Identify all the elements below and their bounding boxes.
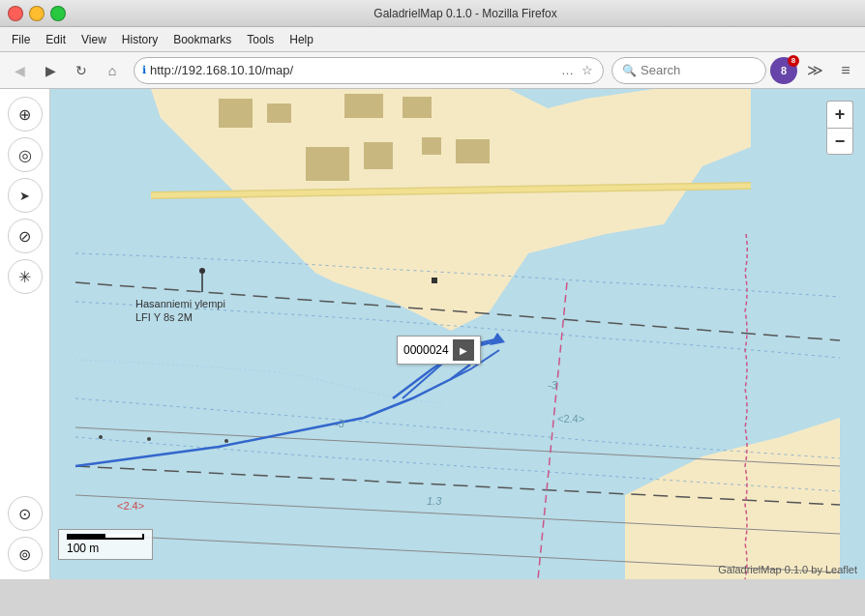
menu-file[interactable]: File [4, 30, 38, 49]
map-sidebar: ⊕ ◎ ➤ ⊘ ✳ ⊙ ⊚ [0, 89, 50, 579]
menu-help[interactable]: Help [282, 30, 321, 49]
svg-text:-3: -3 [548, 379, 558, 391]
address-input[interactable] [150, 63, 559, 77]
sidebar-position-button[interactable]: ◎ [8, 137, 43, 172]
svg-rect-30 [432, 278, 437, 283]
svg-text:-3: -3 [335, 418, 345, 429]
home-button[interactable]: ⌂ [99, 57, 126, 84]
scale-text: 100 m [67, 542, 99, 555]
menu-button[interactable]: ≡ [832, 57, 859, 84]
titlebar: GaladrielMap 0.1.0 - Mozilla Firefox [0, 0, 865, 27]
navigate-icon: ➤ [19, 189, 30, 203]
extensions-button[interactable]: ≫ [801, 57, 828, 84]
lighthouse-name: Hasanniemi ylempi [135, 297, 225, 310]
toolbar: ◀ ▶ ↻ ⌂ ℹ … ☆ 🔍 8 8 ≫ ≡ [0, 52, 865, 89]
profile-button[interactable]: 8 8 [770, 57, 797, 84]
sidebar-download-button[interactable]: ⊙ [8, 496, 43, 531]
more-button[interactable]: … [559, 61, 576, 79]
svg-rect-1 [219, 99, 253, 128]
sidebar-settings-button[interactable]: ⊚ [8, 537, 43, 572]
bookmark-button[interactable]: ☆ [580, 61, 595, 79]
sidebar-layers-button[interactable]: ⊕ [8, 97, 43, 132]
svg-rect-4 [403, 97, 432, 118]
svg-point-18 [99, 435, 103, 439]
menu-edit[interactable]: Edit [38, 30, 74, 49]
play-icon: ▶ [460, 345, 467, 356]
svg-rect-6 [364, 142, 393, 169]
svg-rect-5 [306, 147, 349, 181]
search-input[interactable] [641, 63, 747, 77]
sidebar-navigate-button[interactable]: ➤ [8, 178, 43, 213]
download-icon: ⊙ [18, 505, 31, 523]
address-actions: … ☆ [559, 61, 595, 79]
search-bar[interactable]: 🔍 [611, 57, 766, 84]
map-popup[interactable]: 0000024 ▶ [397, 336, 481, 365]
menu-history[interactable]: History [114, 30, 165, 49]
forward-button[interactable]: ▶ [37, 57, 64, 84]
minimize-button[interactable] [29, 6, 45, 21]
map-container[interactable]: -3 -3 1.3 <2.4> <2.4> Hasanniemi ylempi … [0, 89, 865, 579]
popup-play-button[interactable]: ▶ [453, 339, 474, 361]
sun-icon: ✳ [18, 268, 31, 286]
popup-id: 0000024 [403, 343, 449, 357]
svg-point-29 [199, 268, 205, 274]
scale-bar: 100 m [58, 529, 153, 560]
maximize-button[interactable] [50, 6, 66, 21]
svg-rect-7 [422, 137, 441, 155]
window-controls[interactable] [8, 6, 66, 21]
layers-icon: ⊕ [18, 105, 31, 124]
share-icon: ⊘ [18, 227, 31, 246]
profile-label: 8 [781, 65, 787, 76]
map-svg: -3 -3 1.3 <2.4> <2.4> [0, 89, 865, 579]
menu-bookmarks[interactable]: Bookmarks [165, 30, 239, 49]
menubar: File Edit View History Bookmarks Tools H… [0, 27, 865, 52]
svg-text:1.3: 1.3 [427, 495, 442, 507]
svg-text:<2.4>: <2.4> [117, 500, 144, 512]
menu-view[interactable]: View [74, 30, 114, 49]
svg-text:<2.4>: <2.4> [557, 413, 584, 425]
close-button[interactable] [8, 6, 23, 21]
svg-point-20 [224, 439, 228, 443]
svg-marker-22 [490, 333, 505, 345]
svg-rect-3 [344, 94, 383, 118]
reload-button[interactable]: ↻ [68, 57, 95, 84]
settings-icon: ⊚ [18, 545, 31, 564]
back-button[interactable]: ◀ [6, 57, 33, 84]
zoom-in-button[interactable]: + [826, 101, 853, 128]
sidebar-share-button[interactable]: ⊘ [8, 219, 43, 253]
address-bar[interactable]: ℹ … ☆ [134, 57, 604, 84]
info-icon: ℹ [142, 64, 146, 76]
svg-line-21 [538, 282, 567, 579]
profile-badge: 8 [788, 55, 799, 67]
zoom-controls: + − [826, 101, 853, 155]
zoom-out-button[interactable]: − [826, 128, 853, 155]
window-title: GaladrielMap 0.1.0 - Mozilla Firefox [74, 7, 857, 20]
svg-rect-8 [456, 139, 490, 163]
menu-tools[interactable]: Tools [239, 30, 282, 49]
lighthouse-label: Hasanniemi ylempi LFI Y 8s 2M [135, 297, 225, 325]
lighthouse-light: LFI Y 8s 2M [135, 310, 225, 324]
sidebar-sun-button[interactable]: ✳ [8, 259, 43, 294]
svg-rect-2 [267, 103, 291, 123]
search-icon: 🔍 [622, 64, 637, 77]
svg-point-19 [147, 437, 151, 441]
map-attribution: GaladrielMap 0.1.0 by Leaflet [718, 564, 857, 575]
position-icon: ◎ [18, 146, 32, 164]
